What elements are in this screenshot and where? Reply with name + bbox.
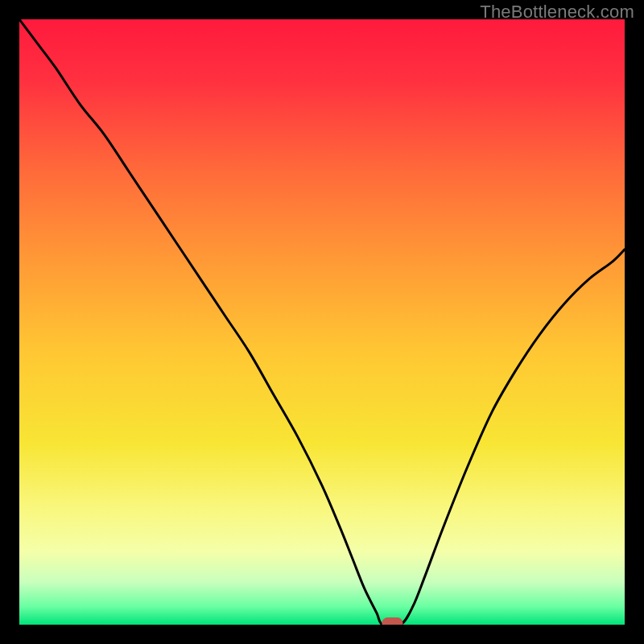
watermark-text: TheBottleneck.com <box>480 2 634 23</box>
optimal-marker <box>382 617 402 625</box>
chart-area <box>19 19 625 625</box>
chart-svg <box>19 19 625 625</box>
gradient-background <box>19 19 625 625</box>
